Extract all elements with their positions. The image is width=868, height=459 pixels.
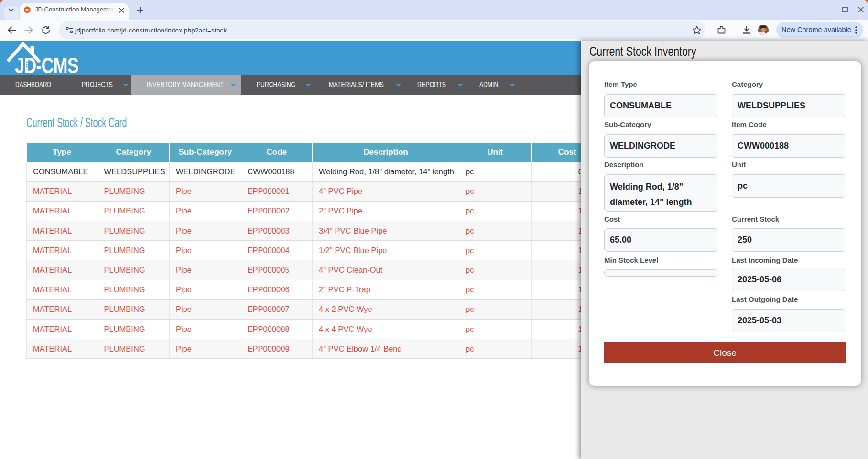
svg-text:JD: JD <box>25 8 30 11</box>
